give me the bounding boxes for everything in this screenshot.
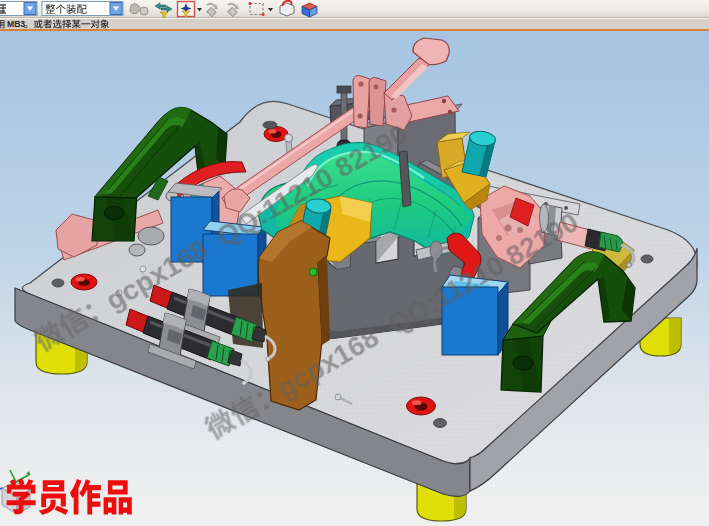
svg-text:MB3: MB3 xyxy=(7,19,25,29)
